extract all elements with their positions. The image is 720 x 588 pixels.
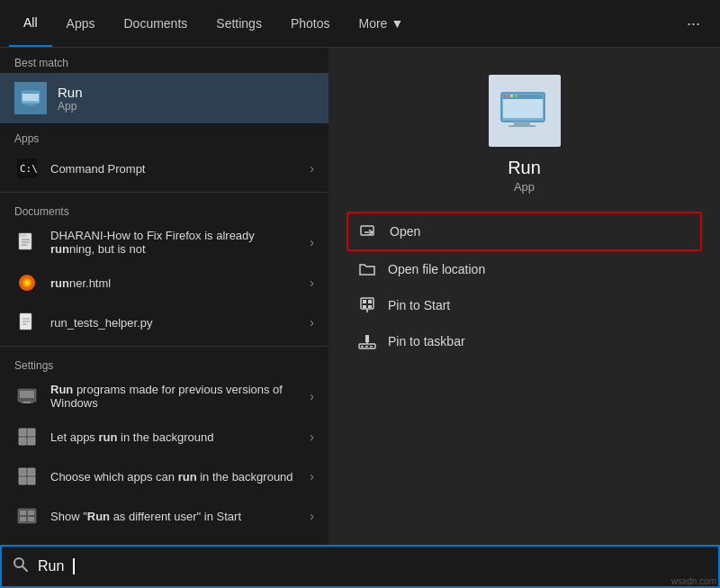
chevron-right-icon-4: › bbox=[310, 315, 314, 330]
chevron-right-icon-8: › bbox=[310, 509, 314, 523]
svg-rect-45 bbox=[508, 125, 536, 127]
search-bar[interactable]: Run bbox=[0, 545, 720, 588]
svg-rect-55 bbox=[361, 346, 364, 348]
list-item-runner-html[interactable]: runner.html › bbox=[0, 263, 328, 303]
svg-rect-52 bbox=[368, 305, 372, 308]
list-item-apps-background[interactable]: Let apps run in the background › bbox=[0, 417, 328, 457]
pin-taskbar-label: Pin to taskbar bbox=[388, 334, 465, 348]
svg-rect-56 bbox=[365, 346, 368, 348]
list-item-run-tests[interactable]: run_tests_helper.py › bbox=[0, 303, 328, 342]
best-match-label: Best match bbox=[0, 48, 328, 73]
svg-rect-51 bbox=[363, 305, 366, 308]
firefox-icon bbox=[14, 270, 40, 295]
svg-rect-25 bbox=[28, 429, 35, 436]
svg-rect-2 bbox=[22, 92, 39, 94]
open-icon bbox=[359, 222, 379, 241]
dharani-text: DHARANI-How to Fix Firefox is already ru… bbox=[50, 229, 299, 256]
chevron-right-icon-3: › bbox=[310, 276, 314, 290]
svg-point-14 bbox=[25, 281, 30, 285]
right-app-name: Run bbox=[508, 158, 541, 178]
list-item-run-programs[interactable]: Run programs made for previous versions … bbox=[0, 375, 328, 417]
chevron-right-icon-7: › bbox=[310, 469, 314, 484]
svg-rect-35 bbox=[28, 511, 34, 515]
nav-apps[interactable]: Apps bbox=[52, 0, 110, 47]
svg-rect-37 bbox=[28, 517, 34, 521]
svg-rect-32 bbox=[28, 477, 35, 484]
document-icon-1 bbox=[14, 230, 40, 255]
action-open[interactable]: Open bbox=[346, 212, 702, 251]
svg-rect-8 bbox=[19, 233, 26, 237]
svg-rect-24 bbox=[19, 429, 26, 436]
left-panel: Best match Run App Apps bbox=[0, 48, 328, 545]
run-app-icon bbox=[14, 82, 47, 114]
apps-background-text: Let apps run in the background bbox=[50, 430, 299, 444]
open-label: Open bbox=[390, 224, 420, 239]
list-item-command-prompt[interactable]: C:\ Command Prompt › bbox=[0, 149, 328, 188]
action-pin-start[interactable]: Pin to Start bbox=[346, 287, 702, 323]
text-cursor bbox=[73, 558, 75, 574]
best-match-text: Run App bbox=[58, 85, 83, 113]
list-item-show-run[interactable]: Show "Run as different user" in Start › bbox=[0, 496, 328, 536]
list-item-dharani[interactable]: DHARANI-How to Fix Firefox is already ru… bbox=[0, 222, 328, 263]
svg-text:C:\: C:\ bbox=[20, 163, 37, 175]
best-match-type: App bbox=[58, 100, 83, 113]
best-match-item[interactable]: Run App bbox=[0, 73, 328, 123]
run-programs-text: Run programs made for previous versions … bbox=[50, 383, 299, 410]
nav-photos[interactable]: Photos bbox=[276, 0, 345, 47]
nav-all[interactable]: All bbox=[9, 0, 52, 47]
show-run-text: Show "Run as different user" in Start bbox=[50, 510, 299, 523]
chevron-down-icon: ▼ bbox=[391, 16, 403, 31]
nav-overflow-button[interactable]: ··· bbox=[676, 14, 711, 33]
divider-2 bbox=[0, 346, 328, 347]
settings-icon-4 bbox=[14, 503, 40, 529]
svg-rect-27 bbox=[28, 438, 35, 445]
divider-1 bbox=[0, 192, 328, 193]
svg-rect-30 bbox=[28, 468, 35, 475]
run-tests-text: run_tests_helper.py bbox=[50, 316, 299, 330]
chevron-right-icon: › bbox=[310, 161, 314, 176]
terminal-icon: C:\ bbox=[14, 156, 40, 181]
file-icon bbox=[14, 310, 40, 335]
action-list: Open Open file location bbox=[328, 212, 720, 359]
right-panel: Run App Open bbox=[328, 48, 720, 545]
svg-rect-50 bbox=[368, 300, 372, 303]
list-item-choose-apps[interactable]: Choose which apps can run in the backgro… bbox=[0, 457, 328, 496]
search-input[interactable]: Run bbox=[38, 558, 64, 574]
nav-documents[interactable]: Documents bbox=[109, 0, 202, 47]
folder-icon bbox=[357, 259, 377, 279]
settings-icon-2 bbox=[14, 424, 40, 449]
svg-rect-29 bbox=[19, 468, 26, 475]
settings-section-label: Settings bbox=[0, 350, 328, 375]
nav-more[interactable]: More ▼ bbox=[344, 0, 418, 47]
svg-rect-58 bbox=[365, 335, 369, 342]
svg-rect-49 bbox=[363, 300, 366, 303]
pin-start-icon bbox=[357, 295, 377, 315]
choose-apps-text: Choose which apps can run in the backgro… bbox=[50, 470, 299, 484]
svg-rect-34 bbox=[20, 511, 26, 515]
svg-rect-20 bbox=[20, 391, 34, 398]
command-prompt-text: Command Prompt bbox=[50, 162, 299, 176]
watermark: wsxdn.com bbox=[671, 576, 716, 586]
svg-line-61 bbox=[22, 566, 27, 571]
action-open-file-location[interactable]: Open file location bbox=[346, 251, 702, 287]
pin-taskbar-icon bbox=[357, 331, 377, 351]
svg-rect-31 bbox=[19, 477, 26, 484]
search-icon bbox=[13, 556, 29, 576]
open-file-location-label: Open file location bbox=[388, 262, 485, 276]
pin-start-label: Pin to Start bbox=[388, 298, 450, 312]
svg-rect-4 bbox=[24, 105, 37, 106]
svg-rect-36 bbox=[20, 517, 26, 521]
svg-rect-26 bbox=[19, 438, 26, 445]
svg-rect-42 bbox=[510, 95, 513, 97]
nav-settings[interactable]: Settings bbox=[202, 0, 276, 47]
svg-rect-41 bbox=[506, 95, 508, 97]
action-pin-taskbar[interactable]: Pin to taskbar bbox=[346, 323, 702, 359]
top-nav: All Apps Documents Settings Photos More … bbox=[0, 0, 720, 48]
main-area: Best match Run App Apps bbox=[0, 48, 720, 545]
chevron-right-icon-5: › bbox=[310, 389, 314, 403]
runner-html-text: runner.html bbox=[50, 276, 299, 290]
settings-icon-1 bbox=[14, 384, 40, 409]
right-app-icon bbox=[489, 75, 561, 147]
svg-rect-57 bbox=[370, 346, 373, 348]
best-match-name: Run bbox=[58, 85, 83, 100]
